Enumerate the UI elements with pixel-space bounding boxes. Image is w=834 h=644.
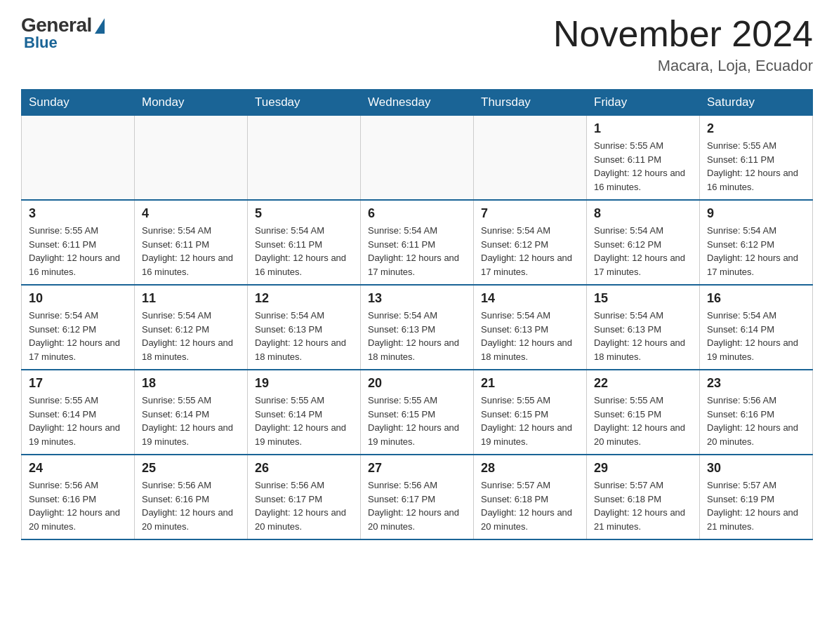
calendar-cell: 19Sunrise: 5:55 AMSunset: 6:14 PMDayligh… bbox=[248, 370, 361, 455]
day-number: 9 bbox=[707, 206, 805, 221]
calendar-week-4: 17Sunrise: 5:55 AMSunset: 6:14 PMDayligh… bbox=[22, 370, 813, 455]
day-number: 27 bbox=[368, 461, 466, 476]
calendar-cell: 13Sunrise: 5:54 AMSunset: 6:13 PMDayligh… bbox=[361, 285, 474, 370]
calendar-week-3: 10Sunrise: 5:54 AMSunset: 6:12 PMDayligh… bbox=[22, 285, 813, 370]
header-tuesday: Tuesday bbox=[248, 90, 361, 116]
day-info: Sunrise: 5:57 AMSunset: 6:18 PMDaylight:… bbox=[594, 478, 692, 533]
calendar-week-2: 3Sunrise: 5:55 AMSunset: 6:11 PMDaylight… bbox=[22, 200, 813, 285]
calendar-cell bbox=[474, 116, 587, 201]
day-info: Sunrise: 5:56 AMSunset: 6:16 PMDaylight:… bbox=[142, 478, 240, 533]
day-number: 21 bbox=[481, 376, 579, 391]
day-info: Sunrise: 5:54 AMSunset: 6:12 PMDaylight:… bbox=[142, 309, 240, 363]
day-info: Sunrise: 5:55 AMSunset: 6:14 PMDaylight:… bbox=[255, 394, 353, 448]
calendar-cell: 4Sunrise: 5:54 AMSunset: 6:11 PMDaylight… bbox=[135, 200, 248, 285]
day-number: 13 bbox=[368, 291, 466, 306]
logo-blue-text: Blue bbox=[21, 34, 58, 52]
day-info: Sunrise: 5:55 AMSunset: 6:11 PMDaylight:… bbox=[29, 224, 127, 279]
calendar-cell: 10Sunrise: 5:54 AMSunset: 6:12 PMDayligh… bbox=[22, 285, 135, 370]
day-info: Sunrise: 5:54 AMSunset: 6:11 PMDaylight:… bbox=[368, 224, 466, 279]
day-number: 1 bbox=[594, 121, 692, 136]
header-friday: Friday bbox=[587, 90, 700, 116]
calendar-week-5: 24Sunrise: 5:56 AMSunset: 6:16 PMDayligh… bbox=[22, 455, 813, 539]
day-number: 25 bbox=[142, 461, 240, 476]
day-info: Sunrise: 5:54 AMSunset: 6:11 PMDaylight:… bbox=[255, 224, 353, 279]
calendar-cell: 5Sunrise: 5:54 AMSunset: 6:11 PMDaylight… bbox=[248, 200, 361, 285]
day-info: Sunrise: 5:56 AMSunset: 6:16 PMDaylight:… bbox=[707, 394, 805, 448]
day-number: 4 bbox=[142, 206, 240, 221]
calendar-cell: 29Sunrise: 5:57 AMSunset: 6:18 PMDayligh… bbox=[587, 455, 700, 539]
calendar-cell: 6Sunrise: 5:54 AMSunset: 6:11 PMDaylight… bbox=[361, 200, 474, 285]
day-info: Sunrise: 5:54 AMSunset: 6:12 PMDaylight:… bbox=[707, 224, 805, 279]
day-info: Sunrise: 5:54 AMSunset: 6:13 PMDaylight:… bbox=[255, 309, 353, 363]
day-info: Sunrise: 5:57 AMSunset: 6:18 PMDaylight:… bbox=[481, 478, 579, 533]
day-info: Sunrise: 5:54 AMSunset: 6:12 PMDaylight:… bbox=[29, 309, 127, 363]
day-number: 22 bbox=[594, 376, 692, 391]
logo-triangle-icon bbox=[95, 18, 105, 34]
day-number: 5 bbox=[255, 206, 353, 221]
day-number: 15 bbox=[594, 291, 692, 306]
calendar-cell bbox=[22, 116, 135, 201]
day-number: 14 bbox=[481, 291, 579, 306]
calendar-cell: 24Sunrise: 5:56 AMSunset: 6:16 PMDayligh… bbox=[22, 455, 135, 539]
header-thursday: Thursday bbox=[474, 90, 587, 116]
day-info: Sunrise: 5:54 AMSunset: 6:13 PMDaylight:… bbox=[594, 309, 692, 363]
calendar-cell: 14Sunrise: 5:54 AMSunset: 6:13 PMDayligh… bbox=[474, 285, 587, 370]
day-info: Sunrise: 5:54 AMSunset: 6:12 PMDaylight:… bbox=[481, 224, 579, 279]
calendar-cell: 3Sunrise: 5:55 AMSunset: 6:11 PMDaylight… bbox=[22, 200, 135, 285]
day-number: 19 bbox=[255, 376, 353, 391]
title-section: November 2024 Macara, Loja, Ecuador bbox=[553, 14, 813, 75]
day-info: Sunrise: 5:55 AMSunset: 6:11 PMDaylight:… bbox=[707, 139, 805, 194]
day-number: 8 bbox=[594, 206, 692, 221]
day-number: 20 bbox=[368, 376, 466, 391]
day-number: 28 bbox=[481, 461, 579, 476]
calendar-cell: 16Sunrise: 5:54 AMSunset: 6:14 PMDayligh… bbox=[700, 285, 813, 370]
day-info: Sunrise: 5:56 AMSunset: 6:17 PMDaylight:… bbox=[255, 478, 353, 533]
day-number: 16 bbox=[707, 291, 805, 306]
calendar-cell: 18Sunrise: 5:55 AMSunset: 6:14 PMDayligh… bbox=[135, 370, 248, 455]
day-info: Sunrise: 5:55 AMSunset: 6:11 PMDaylight:… bbox=[594, 139, 692, 194]
page-header: General Blue November 2024 Macara, Loja,… bbox=[21, 14, 813, 75]
calendar-cell: 21Sunrise: 5:55 AMSunset: 6:15 PMDayligh… bbox=[474, 370, 587, 455]
day-number: 7 bbox=[481, 206, 579, 221]
day-info: Sunrise: 5:54 AMSunset: 6:14 PMDaylight:… bbox=[707, 309, 805, 363]
calendar-cell: 23Sunrise: 5:56 AMSunset: 6:16 PMDayligh… bbox=[700, 370, 813, 455]
day-info: Sunrise: 5:54 AMSunset: 6:13 PMDaylight:… bbox=[481, 309, 579, 363]
header-sunday: Sunday bbox=[22, 90, 135, 116]
header-wednesday: Wednesday bbox=[361, 90, 474, 116]
calendar-week-1: 1Sunrise: 5:55 AMSunset: 6:11 PMDaylight… bbox=[22, 116, 813, 201]
month-title: November 2024 bbox=[553, 14, 813, 54]
calendar-cell: 12Sunrise: 5:54 AMSunset: 6:13 PMDayligh… bbox=[248, 285, 361, 370]
calendar-table: SundayMondayTuesdayWednesdayThursdayFrid… bbox=[21, 89, 813, 540]
calendar-cell: 11Sunrise: 5:54 AMSunset: 6:12 PMDayligh… bbox=[135, 285, 248, 370]
day-info: Sunrise: 5:55 AMSunset: 6:14 PMDaylight:… bbox=[142, 394, 240, 448]
day-number: 23 bbox=[707, 376, 805, 391]
calendar-cell: 15Sunrise: 5:54 AMSunset: 6:13 PMDayligh… bbox=[587, 285, 700, 370]
day-number: 11 bbox=[142, 291, 240, 306]
day-info: Sunrise: 5:54 AMSunset: 6:12 PMDaylight:… bbox=[594, 224, 692, 279]
logo: General Blue bbox=[21, 14, 105, 52]
header-monday: Monday bbox=[135, 90, 248, 116]
calendar-cell: 17Sunrise: 5:55 AMSunset: 6:14 PMDayligh… bbox=[22, 370, 135, 455]
calendar-cell: 9Sunrise: 5:54 AMSunset: 6:12 PMDaylight… bbox=[700, 200, 813, 285]
calendar-header-row: SundayMondayTuesdayWednesdayThursdayFrid… bbox=[22, 90, 813, 116]
calendar-cell: 8Sunrise: 5:54 AMSunset: 6:12 PMDaylight… bbox=[587, 200, 700, 285]
day-info: Sunrise: 5:54 AMSunset: 6:13 PMDaylight:… bbox=[368, 309, 466, 363]
calendar-cell bbox=[248, 116, 361, 201]
calendar-cell: 7Sunrise: 5:54 AMSunset: 6:12 PMDaylight… bbox=[474, 200, 587, 285]
calendar-cell bbox=[361, 116, 474, 201]
day-number: 30 bbox=[707, 461, 805, 476]
calendar-cell: 27Sunrise: 5:56 AMSunset: 6:17 PMDayligh… bbox=[361, 455, 474, 539]
day-number: 10 bbox=[29, 291, 127, 306]
day-info: Sunrise: 5:57 AMSunset: 6:19 PMDaylight:… bbox=[707, 478, 805, 533]
calendar-cell: 25Sunrise: 5:56 AMSunset: 6:16 PMDayligh… bbox=[135, 455, 248, 539]
calendar-cell: 20Sunrise: 5:55 AMSunset: 6:15 PMDayligh… bbox=[361, 370, 474, 455]
day-number: 24 bbox=[29, 461, 127, 476]
day-number: 3 bbox=[29, 206, 127, 221]
day-number: 12 bbox=[255, 291, 353, 306]
calendar-cell: 30Sunrise: 5:57 AMSunset: 6:19 PMDayligh… bbox=[700, 455, 813, 539]
calendar-cell: 2Sunrise: 5:55 AMSunset: 6:11 PMDaylight… bbox=[700, 116, 813, 201]
day-info: Sunrise: 5:54 AMSunset: 6:11 PMDaylight:… bbox=[142, 224, 240, 279]
calendar-cell: 26Sunrise: 5:56 AMSunset: 6:17 PMDayligh… bbox=[248, 455, 361, 539]
day-number: 2 bbox=[707, 121, 805, 136]
day-number: 18 bbox=[142, 376, 240, 391]
